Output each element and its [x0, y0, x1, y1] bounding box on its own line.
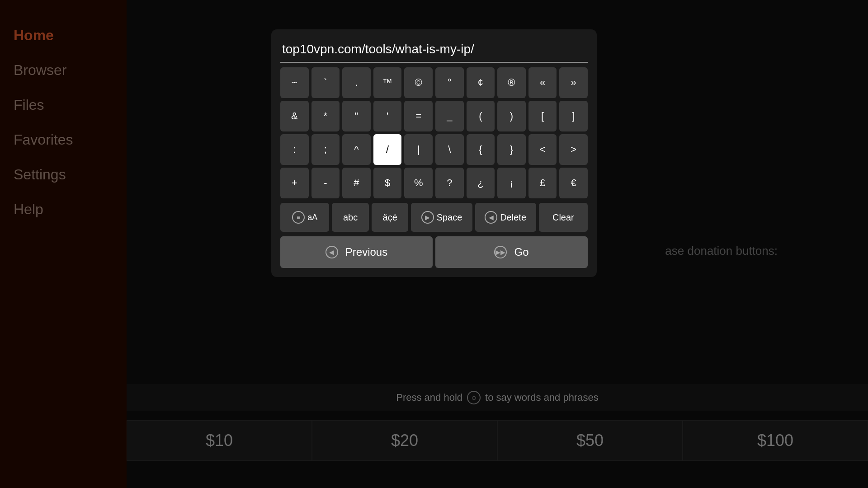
- previous-label: Previous: [345, 246, 387, 258]
- go-icon: ▶▶: [494, 246, 507, 258]
- key-dquote[interactable]: ": [342, 101, 371, 131]
- key-percent[interactable]: %: [404, 168, 433, 198]
- key-registered[interactable]: ®: [497, 67, 526, 98]
- key-rcurly[interactable]: }: [497, 134, 526, 165]
- modal-overlay: ~ ` . ™ © ° ¢ ® « » & * " ' = _ ( ): [0, 0, 868, 488]
- key-row-3: : ; ^ / | \ { } < >: [280, 134, 588, 165]
- key-row-1: ~ ` . ™ © ° ¢ ® « »: [280, 67, 588, 98]
- key-rparen[interactable]: ): [497, 101, 526, 131]
- key-invquestion[interactable]: ¿: [467, 168, 495, 198]
- key-semicolon[interactable]: ;: [311, 134, 340, 165]
- clear-button[interactable]: Clear: [539, 203, 588, 232]
- mode-label: aA: [307, 213, 317, 222]
- key-colon[interactable]: :: [280, 134, 309, 165]
- previous-button[interactable]: ◀ Previous: [280, 236, 433, 268]
- action-row: ≡ aA abc äçé ▶ Space ◀ Delete Clear: [280, 203, 588, 232]
- abc-button[interactable]: abc: [332, 203, 369, 232]
- key-tilde[interactable]: ~: [280, 67, 309, 98]
- previous-icon: ◀: [326, 246, 338, 258]
- key-raquo[interactable]: »: [559, 67, 588, 98]
- key-lt[interactable]: <: [528, 134, 557, 165]
- accent-button[interactable]: äçé: [372, 203, 409, 232]
- keyboard-rows: ~ ` . ™ © ° ¢ ® « » & * " ' = _ ( ): [280, 67, 588, 198]
- key-backslash[interactable]: \: [435, 134, 464, 165]
- key-lcurly[interactable]: {: [467, 134, 495, 165]
- key-lparen[interactable]: (: [467, 101, 495, 131]
- key-invexclaim[interactable]: ¡: [497, 168, 526, 198]
- key-hash[interactable]: #: [342, 168, 371, 198]
- key-euro[interactable]: €: [559, 168, 588, 198]
- key-underscore[interactable]: _: [435, 101, 464, 131]
- delete-button[interactable]: ◀ Delete: [475, 203, 536, 232]
- delete-icon: ◀: [485, 211, 497, 224]
- space-icon: ▶: [421, 211, 434, 224]
- keyboard-modal: ~ ` . ™ © ° ¢ ® « » & * " ' = _ ( ): [271, 29, 597, 277]
- key-equals[interactable]: =: [404, 101, 433, 131]
- key-asterisk[interactable]: *: [311, 101, 340, 131]
- go-label: Go: [514, 246, 528, 258]
- key-cent[interactable]: ¢: [467, 67, 495, 98]
- key-squote[interactable]: ': [373, 101, 402, 131]
- key-plus[interactable]: +: [280, 168, 309, 198]
- mode-toggle-button[interactable]: ≡ aA: [280, 203, 329, 232]
- mode-icon: ≡: [292, 211, 305, 224]
- key-question[interactable]: ?: [435, 168, 464, 198]
- url-input[interactable]: [280, 38, 588, 63]
- space-label: Space: [437, 212, 462, 223]
- key-caret[interactable]: ^: [342, 134, 371, 165]
- key-slash[interactable]: /: [373, 134, 402, 165]
- key-degree[interactable]: °: [435, 67, 464, 98]
- key-rbracket[interactable]: ]: [559, 101, 588, 131]
- nav-row: ◀ Previous ▶▶ Go: [280, 236, 588, 268]
- key-dollar[interactable]: $: [373, 168, 402, 198]
- delete-label: Delete: [500, 212, 526, 223]
- key-pipe[interactable]: |: [404, 134, 433, 165]
- go-button[interactable]: ▶▶ Go: [435, 236, 588, 268]
- key-ampersand[interactable]: &: [280, 101, 309, 131]
- space-button[interactable]: ▶ Space: [411, 203, 472, 232]
- key-row-2: & * " ' = _ ( ) [ ]: [280, 101, 588, 131]
- key-trademark[interactable]: ™: [373, 67, 402, 98]
- key-row-4: + - # $ % ? ¿ ¡ £ €: [280, 168, 588, 198]
- key-minus[interactable]: -: [311, 168, 340, 198]
- key-gt[interactable]: >: [559, 134, 588, 165]
- key-lbracket[interactable]: [: [528, 101, 557, 131]
- key-pound[interactable]: £: [528, 168, 557, 198]
- key-backtick[interactable]: `: [311, 67, 340, 98]
- key-copyright[interactable]: ©: [404, 67, 433, 98]
- key-period[interactable]: .: [342, 67, 371, 98]
- key-laquo[interactable]: «: [528, 67, 557, 98]
